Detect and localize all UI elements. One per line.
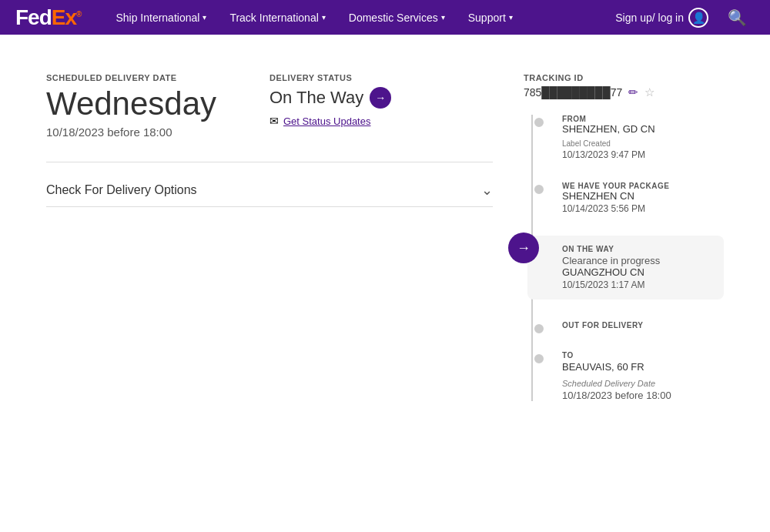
nav-track-international[interactable]: Track International ▾ — [218, 0, 336, 35]
sched-delivery-date: 10/18/2023 before 18:00 — [562, 390, 724, 401]
timeline-out-for-delivery: OUT FOR DELIVERY — [539, 321, 724, 330]
to-label: TO — [562, 351, 724, 360]
delivery-options-chevron-icon: ⌄ — [481, 182, 493, 199]
edit-icon[interactable]: ✏ — [628, 85, 638, 99]
email-icon: ✉ — [270, 115, 279, 127]
delivery-options-text: Check For Delivery Options — [46, 183, 197, 197]
timeline-dot-to — [534, 354, 544, 363]
logo-fed: Fed — [15, 5, 52, 29]
out-delivery-label: OUT FOR DELIVERY — [562, 321, 724, 330]
status-text: On The Way — [270, 88, 363, 108]
arrow-icon: → — [375, 92, 386, 104]
package-location: SHENZHEN CN — [562, 190, 724, 202]
get-status-updates[interactable]: ✉ Get Status Updates — [270, 115, 493, 127]
tracking-id-row: 785█████████77 ✏ ☆ — [524, 85, 724, 99]
on-the-way-date: 10/15/2023 1:17 AM — [562, 279, 715, 290]
nav-right: Sign up/ log in 👤 🔍 — [608, 8, 755, 28]
logo-dot: ® — [76, 9, 81, 18]
bottom-divider — [46, 206, 493, 207]
main-content: SCHEDULED DELIVERY DATE Wednesday 10/18/… — [0, 35, 770, 446]
timeline-package: WE HAVE YOUR PACKAGE SHENZHEN CN 10/14/2… — [539, 182, 724, 214]
logo-ex: Ex — [52, 5, 76, 29]
timeline-on-the-way: → ON THE WAY Clearance in progress GUANG… — [527, 236, 724, 299]
star-icon[interactable]: ☆ — [644, 85, 654, 99]
nav-ship-international[interactable]: Ship International ▾ — [104, 0, 218, 35]
from-label: FROM — [562, 115, 724, 123]
delivery-status-section: DELIVERY STATUS On The Way → ✉ Get Statu… — [270, 73, 493, 127]
timeline-dot-package — [534, 185, 544, 194]
top-row: SCHEDULED DELIVERY DATE Wednesday 10/18/… — [46, 73, 493, 139]
ship-chevron-icon: ▾ — [203, 13, 206, 22]
delivery-date: 10/18/2023 before 18:00 — [46, 125, 270, 139]
delivery-options-row[interactable]: Check For Delivery Options ⌄ — [46, 174, 493, 206]
nav-support[interactable]: Support ▾ — [457, 0, 524, 35]
signin-button[interactable]: Sign up/ log in 👤 — [608, 8, 716, 28]
tracking-id-value: 785█████████77 — [524, 86, 622, 99]
left-panel: SCHEDULED DELIVERY DATE Wednesday 10/18/… — [46, 73, 493, 423]
fedex-logo[interactable]: FedEx® — [15, 5, 81, 30]
status-updates-text: Get Status Updates — [283, 115, 370, 127]
sched-delivery-label: Scheduled Delivery Date — [562, 379, 724, 388]
from-location: SHENZHEN, GD CN — [562, 123, 724, 135]
search-icon[interactable]: 🔍 — [720, 8, 755, 27]
support-chevron-icon: ▾ — [509, 13, 513, 22]
status-value-row: On The Way → — [270, 87, 493, 109]
on-the-way-label: ON THE WAY — [562, 245, 715, 253]
nav-items: Ship International ▾ Track International… — [104, 0, 608, 35]
top-divider — [46, 162, 493, 162]
to-location: BEAUVAIS, 60 FR — [562, 361, 724, 373]
timeline-from: FROM SHENZHEN, GD CN Label Created 10/13… — [539, 115, 724, 160]
package-label: WE HAVE YOUR PACKAGE — [562, 182, 724, 190]
tracking-id-label: TRACKING ID — [524, 73, 724, 82]
scheduled-section: SCHEDULED DELIVERY DATE Wednesday 10/18/… — [46, 73, 270, 139]
from-date: 10/13/2023 9:47 PM — [562, 149, 724, 160]
timeline-to: TO BEAUVAIS, 60 FR Scheduled Delivery Da… — [539, 351, 724, 401]
track-chevron-icon: ▾ — [322, 13, 326, 22]
timeline-dot-from — [534, 118, 544, 127]
clearance-desc: Clearance in progress — [562, 255, 715, 266]
domestic-chevron-icon: ▾ — [441, 13, 445, 22]
label-created-label: Label Created — [562, 139, 724, 148]
delivery-day: Wednesday — [46, 85, 270, 122]
status-arrow-button[interactable]: → — [370, 87, 391, 109]
package-date: 10/14/2023 5:56 PM — [562, 203, 724, 214]
navigation: FedEx® Ship International ▾ Track Intern… — [0, 0, 770, 35]
user-icon: 👤 — [688, 8, 708, 28]
delivery-status-label: DELIVERY STATUS — [270, 73, 493, 82]
scheduled-label: SCHEDULED DELIVERY DATE — [46, 73, 270, 82]
on-the-way-location: GUANGZHOU CN — [562, 266, 715, 278]
timeline-dot-out-delivery — [534, 324, 544, 333]
nav-domestic-services[interactable]: Domestic Services ▾ — [337, 0, 457, 35]
signin-label: Sign up/ log in — [615, 12, 684, 24]
right-panel: TRACKING ID 785█████████77 ✏ ☆ FROM SHEN… — [524, 73, 724, 423]
timeline: FROM SHENZHEN, GD CN Label Created 10/13… — [524, 115, 724, 401]
timeline-dot-active: → — [508, 233, 539, 263]
